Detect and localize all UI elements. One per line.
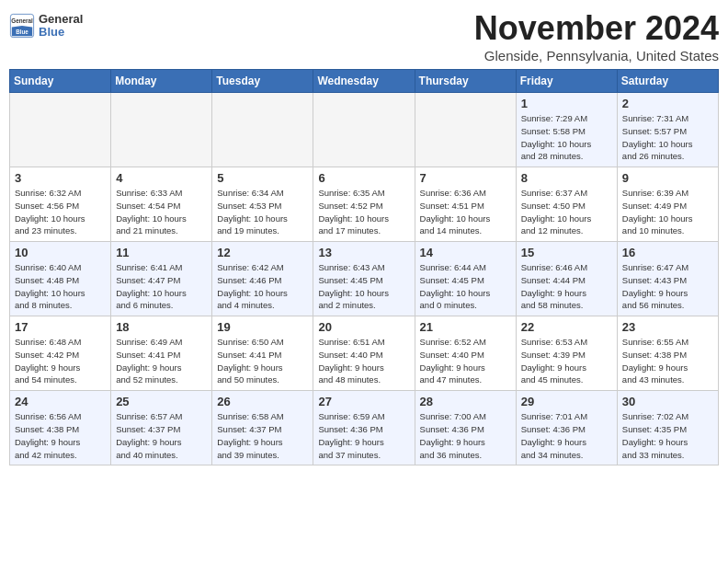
calendar-cell-w3d5: 22Sunrise: 6:53 AM Sunset: 4:39 PM Dayli… <box>516 316 617 391</box>
calendar-week-0: 1Sunrise: 7:29 AM Sunset: 5:58 PM Daylig… <box>10 93 719 167</box>
calendar-cell-w1d4: 7Sunrise: 6:36 AM Sunset: 4:51 PM Daylig… <box>415 167 516 242</box>
calendar-cell-w3d2: 19Sunrise: 6:50 AM Sunset: 4:41 PM Dayli… <box>212 316 313 391</box>
cell-info: Sunrise: 7:29 AM Sunset: 5:58 PM Dayligh… <box>521 112 612 163</box>
location-title: Glenside, Pennsylvania, United States <box>474 48 719 63</box>
day-number: 10 <box>15 246 106 259</box>
day-number: 20 <box>318 320 409 334</box>
calendar-cell-w0d1 <box>111 93 212 167</box>
cell-info: Sunrise: 7:00 AM Sunset: 4:36 PM Dayligh… <box>420 410 511 461</box>
cell-info: Sunrise: 6:33 AM Sunset: 4:54 PM Dayligh… <box>116 187 207 237</box>
day-number: 16 <box>622 246 713 259</box>
day-number: 3 <box>15 171 106 185</box>
cell-info: Sunrise: 6:34 AM Sunset: 4:53 PM Dayligh… <box>217 187 308 237</box>
cell-info: Sunrise: 6:46 AM Sunset: 4:44 PM Dayligh… <box>521 261 612 312</box>
header-thursday: Thursday <box>415 70 516 93</box>
day-number: 11 <box>116 246 207 259</box>
logo-icon: General Blue <box>9 13 35 39</box>
day-number: 18 <box>116 320 207 334</box>
cell-info: Sunrise: 7:01 AM Sunset: 4:36 PM Dayligh… <box>521 410 612 461</box>
calendar-cell-w3d3: 20Sunrise: 6:51 AM Sunset: 4:40 PM Dayli… <box>313 316 415 391</box>
calendar-cell-w1d0: 3Sunrise: 6:32 AM Sunset: 4:56 PM Daylig… <box>10 167 111 242</box>
calendar-cell-w1d3: 6Sunrise: 6:35 AM Sunset: 4:52 PM Daylig… <box>313 167 415 242</box>
calendar-week-2: 10Sunrise: 6:40 AM Sunset: 4:48 PM Dayli… <box>10 242 719 316</box>
calendar-cell-w4d0: 24Sunrise: 6:56 AM Sunset: 4:38 PM Dayli… <box>10 391 111 465</box>
day-number: 7 <box>420 171 511 185</box>
logo-text: General Blue <box>39 13 83 40</box>
calendar-cell-w1d1: 4Sunrise: 6:33 AM Sunset: 4:54 PM Daylig… <box>111 167 212 242</box>
calendar-cell-w4d3: 27Sunrise: 6:59 AM Sunset: 4:36 PM Dayli… <box>313 391 415 465</box>
calendar-cell-w4d5: 29Sunrise: 7:01 AM Sunset: 4:36 PM Dayli… <box>516 391 617 465</box>
cell-info: Sunrise: 6:51 AM Sunset: 4:40 PM Dayligh… <box>318 336 409 386</box>
header-monday: Monday <box>111 70 212 93</box>
cell-info: Sunrise: 6:50 AM Sunset: 4:41 PM Dayligh… <box>217 336 308 386</box>
calendar-cell-w2d5: 15Sunrise: 6:46 AM Sunset: 4:44 PM Dayli… <box>516 242 617 316</box>
calendar-week-4: 24Sunrise: 6:56 AM Sunset: 4:38 PM Dayli… <box>10 391 719 465</box>
cell-info: Sunrise: 6:59 AM Sunset: 4:36 PM Dayligh… <box>318 410 409 461</box>
cell-info: Sunrise: 6:41 AM Sunset: 4:47 PM Dayligh… <box>116 261 207 312</box>
cell-info: Sunrise: 6:35 AM Sunset: 4:52 PM Dayligh… <box>318 187 409 237</box>
day-number: 6 <box>318 171 409 185</box>
svg-text:General: General <box>11 17 33 24</box>
day-number: 8 <box>521 171 612 185</box>
calendar-cell-w2d0: 10Sunrise: 6:40 AM Sunset: 4:48 PM Dayli… <box>10 242 111 316</box>
header: General Blue General Blue November 2024 … <box>9 9 719 63</box>
day-number: 23 <box>622 320 713 334</box>
logo: General Blue General Blue <box>9 9 83 40</box>
header-sunday: Sunday <box>10 70 111 93</box>
day-number: 9 <box>622 171 713 185</box>
calendar-cell-w2d3: 13Sunrise: 6:43 AM Sunset: 4:45 PM Dayli… <box>313 242 415 316</box>
title-area: November 2024 Glenside, Pennsylvania, Un… <box>474 9 719 63</box>
cell-info: Sunrise: 6:37 AM Sunset: 4:50 PM Dayligh… <box>521 187 612 237</box>
calendar-cell-w2d4: 14Sunrise: 6:44 AM Sunset: 4:45 PM Dayli… <box>415 242 516 316</box>
day-number: 21 <box>420 320 511 334</box>
calendar-cell-w4d4: 28Sunrise: 7:00 AM Sunset: 4:36 PM Dayli… <box>415 391 516 465</box>
cell-info: Sunrise: 6:36 AM Sunset: 4:51 PM Dayligh… <box>420 187 511 237</box>
cell-info: Sunrise: 6:55 AM Sunset: 4:38 PM Dayligh… <box>622 336 713 386</box>
day-number: 28 <box>420 395 511 408</box>
cell-info: Sunrise: 6:32 AM Sunset: 4:56 PM Dayligh… <box>15 187 106 237</box>
header-saturday: Saturday <box>617 70 718 93</box>
calendar-cell-w0d0 <box>10 93 111 167</box>
cell-info: Sunrise: 6:52 AM Sunset: 4:40 PM Dayligh… <box>420 336 511 386</box>
logo-general: General <box>39 12 83 26</box>
day-number: 2 <box>622 97 713 110</box>
header-tuesday: Tuesday <box>212 70 313 93</box>
svg-text:Blue: Blue <box>16 29 28 35</box>
calendar-cell-w0d3 <box>313 93 415 167</box>
calendar-cell-w3d4: 21Sunrise: 6:52 AM Sunset: 4:40 PM Dayli… <box>415 316 516 391</box>
calendar-cell-w2d2: 12Sunrise: 6:42 AM Sunset: 4:46 PM Dayli… <box>212 242 313 316</box>
day-number: 1 <box>521 97 612 110</box>
cell-info: Sunrise: 6:44 AM Sunset: 4:45 PM Dayligh… <box>420 261 511 312</box>
calendar-cell-w1d6: 9Sunrise: 6:39 AM Sunset: 4:49 PM Daylig… <box>617 167 718 242</box>
calendar-cell-w0d4 <box>415 93 516 167</box>
day-number: 24 <box>15 395 106 408</box>
cell-info: Sunrise: 6:39 AM Sunset: 4:49 PM Dayligh… <box>622 187 713 237</box>
logo-blue: Blue <box>39 25 64 39</box>
day-number: 12 <box>217 246 308 259</box>
calendar-cell-w3d6: 23Sunrise: 6:55 AM Sunset: 4:38 PM Dayli… <box>617 316 718 391</box>
cell-info: Sunrise: 6:43 AM Sunset: 4:45 PM Dayligh… <box>318 261 409 312</box>
calendar-cell-w4d2: 26Sunrise: 6:58 AM Sunset: 4:37 PM Dayli… <box>212 391 313 465</box>
calendar-cell-w2d6: 16Sunrise: 6:47 AM Sunset: 4:43 PM Dayli… <box>617 242 718 316</box>
calendar-header-row: SundayMondayTuesdayWednesdayThursdayFrid… <box>10 70 719 93</box>
cell-info: Sunrise: 6:57 AM Sunset: 4:37 PM Dayligh… <box>116 410 207 461</box>
day-number: 27 <box>318 395 409 408</box>
cell-info: Sunrise: 7:02 AM Sunset: 4:35 PM Dayligh… <box>622 410 713 461</box>
day-number: 26 <box>217 395 308 408</box>
calendar-cell-w0d6: 2Sunrise: 7:31 AM Sunset: 5:57 PM Daylig… <box>617 93 718 167</box>
day-number: 17 <box>15 320 106 334</box>
calendar-cell-w0d5: 1Sunrise: 7:29 AM Sunset: 5:58 PM Daylig… <box>516 93 617 167</box>
day-number: 15 <box>521 246 612 259</box>
cell-info: Sunrise: 6:58 AM Sunset: 4:37 PM Dayligh… <box>217 410 308 461</box>
header-friday: Friday <box>516 70 617 93</box>
cell-info: Sunrise: 6:48 AM Sunset: 4:42 PM Dayligh… <box>15 336 106 386</box>
day-number: 25 <box>116 395 207 408</box>
cell-info: Sunrise: 6:49 AM Sunset: 4:41 PM Dayligh… <box>116 336 207 386</box>
cell-info: Sunrise: 6:53 AM Sunset: 4:39 PM Dayligh… <box>521 336 612 386</box>
cell-info: Sunrise: 6:40 AM Sunset: 4:48 PM Dayligh… <box>15 261 106 312</box>
cell-info: Sunrise: 6:56 AM Sunset: 4:38 PM Dayligh… <box>15 410 106 461</box>
calendar-week-3: 17Sunrise: 6:48 AM Sunset: 4:42 PM Dayli… <box>10 316 719 391</box>
day-number: 19 <box>217 320 308 334</box>
day-number: 22 <box>521 320 612 334</box>
month-title: November 2024 <box>474 9 719 48</box>
